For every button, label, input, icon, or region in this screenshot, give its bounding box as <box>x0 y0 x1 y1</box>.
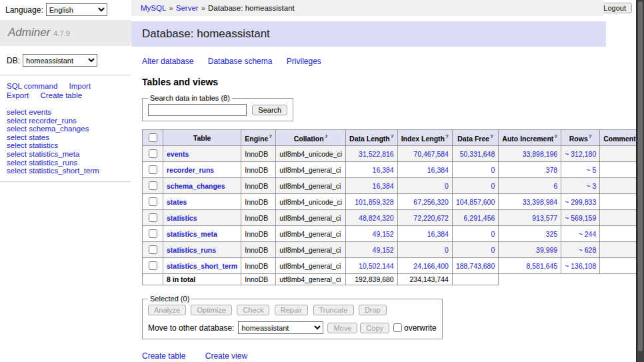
sidebar-item-select-events[interactable]: select events <box>7 108 124 117</box>
optimize-button[interactable]: Optimize <box>191 305 231 315</box>
sidebar-item-select-schema-changes[interactable]: select schema_changes <box>7 125 124 133</box>
privileges-link[interactable]: Privileges <box>287 57 321 66</box>
help-icon[interactable]: ? <box>445 133 449 139</box>
auto-increment-link[interactable]: 378 <box>546 166 558 174</box>
index-length-link[interactable]: 70,467,584 <box>413 150 449 158</box>
auto-increment-link[interactable]: 325 <box>546 230 558 238</box>
table-name-link[interactable]: schema_changes <box>167 182 225 190</box>
rows-count-link[interactable]: ~ 3 <box>586 182 596 190</box>
row-checkbox[interactable] <box>149 229 157 238</box>
help-icon[interactable]: ? <box>269 133 272 139</box>
table-name-link[interactable]: recorder_runs <box>167 166 214 174</box>
rows-count-link[interactable]: ~ 299,833 <box>565 198 596 206</box>
sidebar-item-select-statistics-runs[interactable]: select statistics_runs <box>7 159 124 167</box>
move-database-select[interactable]: homeassistant <box>238 321 323 334</box>
select-all-checkbox[interactable] <box>149 133 157 142</box>
data-length-link[interactable]: 31,522,816 <box>359 150 394 158</box>
rows-count-link[interactable]: ~ 628 <box>579 246 597 254</box>
drop-button[interactable]: Drop <box>359 305 387 315</box>
analyze-button[interactable]: Analyze <box>148 305 186 315</box>
row-checkbox[interactable] <box>149 261 157 270</box>
sidebar-item-select-statistics-meta[interactable]: select statistics_meta <box>7 150 124 159</box>
rows-count-link[interactable]: ~ 5 <box>586 166 596 174</box>
data-length-link[interactable]: 101,859,328 <box>355 198 393 206</box>
sidebar-item-select-statistics[interactable]: select statistics <box>7 141 124 150</box>
row-checkbox[interactable] <box>149 149 157 158</box>
sidebar-item-select-recorder-runs[interactable]: select recorder_runs <box>7 117 124 125</box>
data-free-link[interactable]: 104,857,600 <box>456 198 495 206</box>
check-button[interactable]: Check <box>237 305 269 315</box>
search-button[interactable]: Search <box>252 105 287 115</box>
rows-count-link[interactable]: ~ 312,180 <box>565 150 596 158</box>
vertical-scrollbar[interactable] <box>636 0 644 362</box>
table-name-link[interactable]: statistics_short_term <box>167 262 237 270</box>
alter-database-link[interactable]: Alter database <box>142 57 193 66</box>
index-length-link[interactable]: 16,384 <box>427 166 449 174</box>
table-name-link[interactable]: states <box>167 198 187 206</box>
auto-increment-link[interactable]: 913,577 <box>532 214 557 222</box>
help-icon[interactable]: ? <box>325 133 328 139</box>
data-free-link[interactable]: 0 <box>491 230 495 238</box>
index-length-link[interactable]: 67,256,320 <box>413 198 449 206</box>
db-select[interactable]: homeassistant <box>23 54 97 67</box>
data-length-link[interactable]: 49,152 <box>373 246 394 254</box>
move-button[interactable]: Move <box>327 323 357 333</box>
data-length-link[interactable]: 49,152 <box>373 230 394 238</box>
sidebar-divider <box>0 75 131 75</box>
data-length-link[interactable]: 16,384 <box>373 182 394 190</box>
help-icon[interactable]: ? <box>490 133 493 139</box>
auto-increment-link[interactable]: 6 <box>553 182 557 190</box>
data-free-link[interactable]: 50,331,648 <box>460 150 495 158</box>
create-table-link[interactable]: Create table <box>142 351 185 361</box>
index-length-link[interactable]: 24,166,400 <box>413 262 449 270</box>
export-link[interactable]: Export <box>7 91 29 99</box>
sidebar-item-select-states[interactable]: select states <box>7 133 124 142</box>
data-free-link[interactable]: 6,291,456 <box>464 214 495 222</box>
sql-command-link[interactable]: SQL command <box>7 82 57 90</box>
index-length-link[interactable]: 0 <box>445 246 449 254</box>
data-length-link[interactable]: 10,502,144 <box>359 262 394 270</box>
repair-button[interactable]: Repair <box>275 305 308 315</box>
table-name-link[interactable]: statistics_runs <box>167 246 216 254</box>
row-checkbox[interactable] <box>149 181 157 190</box>
auto-increment-link[interactable]: 33,398,984 <box>523 198 558 206</box>
auto-increment-link[interactable]: 8,581,645 <box>527 262 558 270</box>
create-view-link[interactable]: Create view <box>205 351 247 361</box>
index-length-link[interactable]: 0 <box>445 182 449 190</box>
copy-button[interactable]: Copy <box>360 323 389 333</box>
table-name-link[interactable]: statistics <box>167 214 197 222</box>
data-free-link[interactable]: 0 <box>491 182 495 190</box>
breadcrumb-mysql-link[interactable]: MySQL <box>141 4 166 12</box>
truncate-button[interactable]: Truncate <box>313 305 354 315</box>
help-icon[interactable]: ? <box>391 133 394 139</box>
scrollbar-thumb[interactable] <box>638 1 643 351</box>
row-checkbox[interactable] <box>149 213 157 222</box>
index-length-link[interactable]: 72,220,672 <box>413 214 449 222</box>
auto-increment-link[interactable]: 33,898,196 <box>523 150 558 158</box>
index-length-link[interactable]: 16,384 <box>427 230 449 238</box>
overwrite-checkbox[interactable] <box>393 323 402 332</box>
search-input[interactable] <box>148 104 247 116</box>
create-table-link-sidebar[interactable]: Create table <box>40 91 82 99</box>
data-free-link[interactable]: 0 <box>491 166 495 174</box>
table-name-link[interactable]: statistics_meta <box>167 230 217 238</box>
row-checkbox[interactable] <box>149 165 157 174</box>
rows-count-link[interactable]: ~ 569,159 <box>565 214 596 222</box>
language-select[interactable]: English <box>46 3 107 16</box>
data-free-link[interactable]: 188,743,680 <box>456 262 495 270</box>
auto-increment-link[interactable]: 39,999 <box>536 246 557 254</box>
help-icon[interactable]: ? <box>554 133 557 139</box>
rows-count-link[interactable]: ~ 136,108 <box>565 262 596 270</box>
row-checkbox[interactable] <box>149 197 157 206</box>
table-name-link[interactable]: events <box>167 150 189 158</box>
breadcrumb-server-link[interactable]: Server <box>176 4 199 12</box>
rows-count-link[interactable]: ~ 244 <box>579 230 597 238</box>
help-icon[interactable]: ? <box>589 133 592 139</box>
sidebar-item-select-statistics-short-term[interactable]: select statistics_short_term <box>7 167 124 175</box>
row-checkbox[interactable] <box>149 245 157 254</box>
data-length-link[interactable]: 16,384 <box>373 166 394 174</box>
data-length-link[interactable]: 48,824,320 <box>359 214 394 222</box>
import-link[interactable]: Import <box>69 82 91 90</box>
database-schema-link[interactable]: Database schema <box>208 57 273 66</box>
data-free-link[interactable]: 0 <box>491 246 495 254</box>
